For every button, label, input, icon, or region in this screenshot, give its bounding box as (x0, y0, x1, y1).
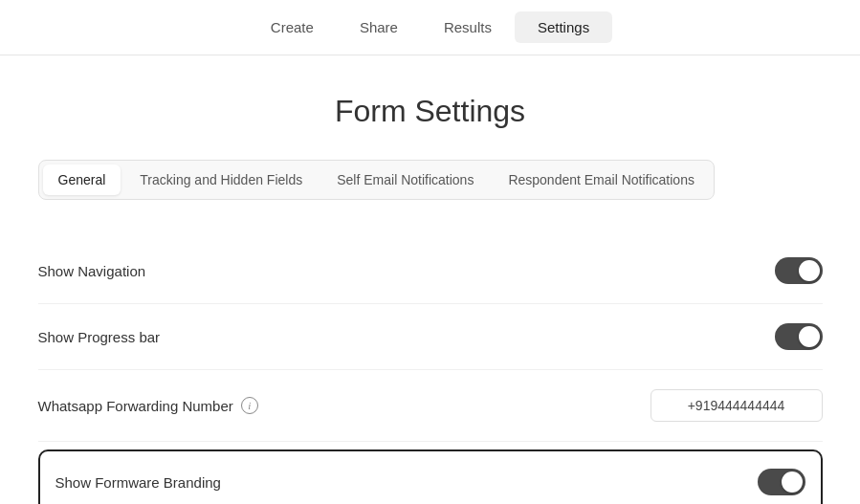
nav-item-settings[interactable]: Settings (515, 11, 612, 43)
setting-label-show-branding: Show Formware Branding (55, 474, 221, 491)
toggle-show-navigation[interactable] (775, 257, 823, 284)
setting-label-show-navigation: Show Navigation (38, 263, 146, 279)
top-navigation: CreateShareResultsSettings (0, 0, 860, 55)
tab-tracking[interactable]: Tracking and Hidden Fields (124, 164, 318, 195)
setting-label-show-progress-bar: Show Progress bar (38, 329, 161, 345)
nav-item-results[interactable]: Results (421, 11, 515, 43)
toggle-thumb-show-branding (782, 471, 803, 493)
tab-selfEmail[interactable]: Self Email Notifications (321, 164, 489, 195)
setting-label-whatsapp-forwarding: Whatsapp Forwarding Numberi (38, 397, 258, 414)
info-icon-whatsapp-forwarding[interactable]: i (241, 397, 258, 414)
toggle-track-show-navigation (775, 257, 823, 284)
input-whatsapp-forwarding[interactable] (651, 389, 823, 422)
nav-item-share[interactable]: Share (337, 11, 421, 43)
toggle-show-progress-bar[interactable] (775, 323, 823, 350)
page-title: Form Settings (38, 94, 823, 129)
setting-row-show-progress-bar: Show Progress bar (38, 304, 823, 370)
toggle-track-show-branding (758, 469, 805, 495)
settings-section: Show NavigationShow Progress barWhatsapp… (38, 238, 823, 504)
main-content: Form Settings GeneralTracking and Hidden… (19, 55, 842, 504)
tab-respondentEmail[interactable]: Respondent Email Notifications (493, 164, 710, 195)
toggle-thumb-show-navigation (799, 260, 820, 281)
toggle-track-show-progress-bar (775, 323, 823, 350)
setting-row-whatsapp-forwarding: Whatsapp Forwarding Numberi (38, 370, 823, 442)
toggle-thumb-show-progress-bar (799, 326, 820, 347)
tab-general[interactable]: General (43, 164, 121, 195)
setting-row-show-branding: Show Formware Branding (38, 449, 823, 504)
nav-item-create[interactable]: Create (248, 11, 337, 43)
setting-row-show-navigation: Show Navigation (38, 238, 823, 304)
toggle-show-branding[interactable] (758, 469, 805, 495)
settings-tabs: GeneralTracking and Hidden FieldsSelf Em… (38, 160, 715, 200)
